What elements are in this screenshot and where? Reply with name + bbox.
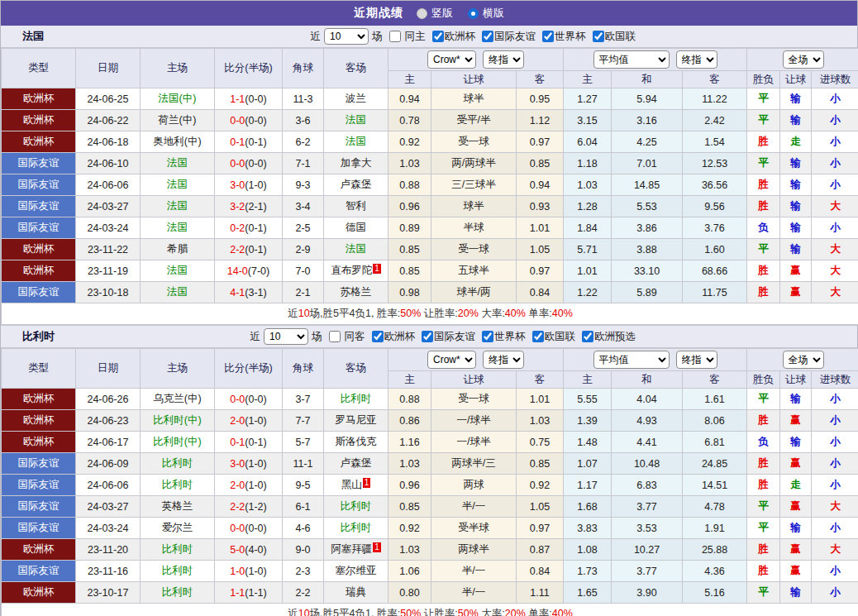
col-header-5: 客场 [324, 349, 388, 389]
handicap-odds-cell-1: 受一球 [431, 131, 517, 153]
handicap-result: 输 [780, 217, 812, 239]
competition-checkbox-4[interactable] [582, 331, 593, 342]
score-cell: 1-1(0-0) [215, 88, 283, 110]
date-cell: 24-03-27 [76, 496, 141, 518]
average-odds-cell-2: 4.78 [683, 496, 747, 518]
competition-checkbox-0[interactable] [432, 31, 444, 42]
same-venue-checkbox[interactable] [329, 331, 341, 342]
goals-result: 大 [812, 282, 858, 303]
table-row: 欧洲杯24-06-22荷兰(中)0-0(0-0)3-6法国0.78受平/半1.1… [2, 110, 858, 131]
average-odds-cell-0: 1.01 [564, 260, 612, 282]
group-0-select-1[interactable]: 终指 [483, 351, 524, 369]
handicap-odds-cell-1: 半/一 [431, 496, 517, 518]
competition-filter-2: 世界杯 [539, 30, 586, 44]
average-odds-cell-0: 1.07 [564, 453, 612, 475]
goals-result: 小 [812, 217, 858, 239]
competition-checkbox-1[interactable] [482, 31, 493, 42]
radio-selected-icon[interactable] [468, 8, 479, 19]
group-2-select-0[interactable]: 全场 [783, 351, 824, 369]
goals-result: 小 [812, 410, 858, 432]
date-cell: 24-03-27 [76, 196, 141, 217]
average-odds-cell-2: 25.88 [683, 539, 747, 561]
handicap-odds-cell-1: 两球半 [431, 539, 517, 561]
competition-checkbox-3[interactable] [532, 331, 544, 342]
average-odds-cell-2: 11.22 [683, 88, 747, 110]
handicap-odds-cell-1: 球半/两 [431, 282, 517, 303]
score-cell: 0-0(0-0) [215, 389, 283, 410]
section-header-bar: 比利时近10场同客欧洲杯国际友谊世界杯欧国联欧洲预选 [1, 326, 857, 348]
radio-unselected-icon[interactable] [417, 8, 427, 19]
group-1-select-1[interactable]: 终指 [676, 50, 717, 69]
average-odds-cell-2: 14.51 [683, 475, 747, 496]
match-count-select[interactable]: 10 [324, 28, 369, 45]
away-team-cell: 法国 [324, 131, 388, 153]
sub-header-1-0: 主 [564, 371, 612, 389]
handicap-odds-cell-2: 0.75 [517, 432, 564, 453]
average-odds-cell-0: 1.65 [564, 582, 612, 604]
corners-cell: 6-2 [283, 131, 324, 153]
average-odds-cell-0: 1.22 [564, 282, 612, 303]
average-odds-cell-1: 3.88 [612, 239, 683, 260]
goals-result: 小 [812, 561, 858, 582]
group-0-select-1[interactable]: 终指 [483, 50, 524, 69]
group-2-select-0[interactable]: 全场 [783, 50, 824, 69]
win-draw-loss-result: 平 [747, 518, 780, 539]
average-odds-cell-0: 1.73 [564, 561, 612, 582]
group-1-select-1[interactable]: 终指 [676, 351, 717, 369]
summary-row: 近10场,胜5平4负1, 胜率:50% 让胜率:20% 大率:40% 单率:40… [2, 303, 858, 325]
handicap-odds-cell-1: 五球半 [431, 260, 517, 282]
layout-radio-horizontal[interactable]: 横版 [468, 6, 504, 21]
corners-cell: 9-5 [283, 475, 324, 496]
date-cell: 24-06-25 [76, 88, 141, 110]
date-cell: 23-11-16 [76, 561, 141, 582]
summary-text: 近10场,胜5平4负1, 胜率:50% 让胜率:20% 大率:40% 单率:40… [2, 303, 858, 325]
competition-checkbox-3[interactable] [593, 31, 604, 42]
group-0-select-0[interactable]: Crow* [427, 351, 476, 369]
win-draw-loss-result: 胜 [747, 260, 780, 282]
sub-header-0-1: 让球 [431, 371, 517, 389]
match-count-select[interactable]: 10 [264, 328, 308, 345]
group-1-select-0[interactable]: 平均值 [593, 50, 670, 69]
score-cell: 1-0(1-0) [215, 561, 283, 582]
goals-result: 小 [812, 131, 858, 153]
handicap-odds-cell-0: 0.80 [388, 582, 431, 604]
handicap-odds-cell-0: 1.06 [388, 561, 431, 582]
group-header-0: Crow*终指 [388, 349, 564, 371]
away-team-cell: 斯洛伐克 [324, 432, 388, 453]
average-odds-cell-2: 68.66 [683, 260, 747, 282]
competition-checkbox-1[interactable] [422, 331, 433, 342]
competition-checkbox-2[interactable] [542, 31, 554, 42]
home-team-cell: 荷兰(中) [141, 110, 215, 131]
table-row: 欧洲杯23-11-20比利时5-0(4-0)9-0阿塞拜疆11.03两球半0.8… [2, 539, 858, 561]
summary-text: 近10场,胜5平4负1, 胜率:50% 让胜率:50% 大率:20% 单率:40… [2, 604, 858, 616]
handicap-odds-cell-1: 受一球 [431, 389, 517, 410]
layout-radio-vertical[interactable]: 竖版 [417, 6, 453, 21]
handicap-odds-cell-1: 受平/半 [431, 110, 517, 131]
filter-controls: 近10场同客欧洲杯国际友谊世界杯欧国联欧洲预选 [250, 328, 636, 345]
average-odds-cell-1: 3.16 [612, 110, 683, 131]
same-venue-checkbox[interactable] [389, 31, 401, 42]
average-odds-cell-2: 6.81 [683, 432, 747, 453]
average-odds-cell-2: 2.42 [683, 110, 747, 131]
handicap-odds-cell-2: 1.11 [517, 582, 564, 604]
average-odds-cell-2: 1.91 [683, 518, 747, 539]
group-1-select-0[interactable]: 平均值 [593, 351, 670, 369]
handicap-odds-cell-0: 1.03 [388, 453, 431, 475]
average-odds-cell-2: 1.61 [683, 389, 747, 410]
competition-checkbox-2[interactable] [482, 331, 493, 342]
team-sections: 法国近10场同主欧洲杯国际友谊世界杯欧国联类型日期主场比分(半场)角球客场Cro… [1, 26, 857, 616]
handicap-odds-cell-2: 0.94 [517, 174, 564, 196]
group-0-select-0[interactable]: Crow* [427, 50, 476, 69]
competition-checkbox-0[interactable] [372, 331, 384, 342]
average-odds-cell-1: 4.93 [612, 410, 683, 432]
average-odds-cell-2: 5.16 [683, 582, 747, 604]
handicap-odds-cell-1: 受一球 [431, 239, 517, 260]
home-team-cell: 比利时 [141, 453, 215, 475]
handicap-odds-cell-2: 0.97 [517, 518, 564, 539]
average-odds-cell-0: 6.04 [564, 131, 612, 153]
corners-cell: 6-1 [283, 496, 324, 518]
sub-header-1-1: 和 [612, 71, 683, 88]
handicap-odds-cell-0: 0.96 [388, 196, 431, 217]
home-team-cell: 乌克兰(中) [141, 389, 215, 410]
win-draw-loss-result: 平 [747, 582, 780, 604]
